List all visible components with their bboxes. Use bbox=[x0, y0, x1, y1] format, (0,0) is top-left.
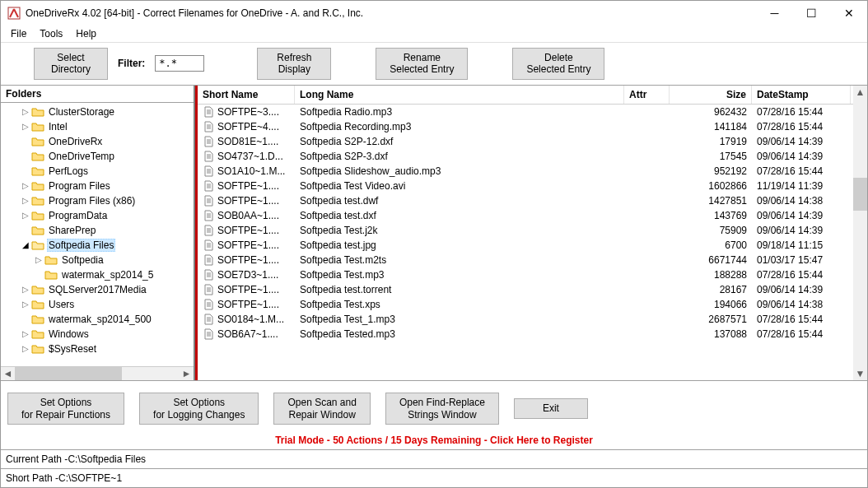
tree-scrollbar-horizontal[interactable]: ◄ ► bbox=[1, 366, 194, 380]
table-row[interactable]: SOB6A7~1....Softpedia Tested.mp313708807… bbox=[198, 327, 853, 342]
expand-icon[interactable] bbox=[21, 166, 30, 176]
set-options-logging-button[interactable]: Set Options for Logging Changes bbox=[139, 393, 259, 425]
folder-icon bbox=[44, 269, 58, 281]
tree-item[interactable]: ▷Program Files (x86) bbox=[1, 193, 194, 208]
cell-size: 17919 bbox=[670, 136, 752, 147]
scroll-right-icon[interactable]: ► bbox=[180, 367, 194, 381]
table-row[interactable]: SOFTPE~1....Softpedia Test.j2k7590909/06… bbox=[198, 223, 853, 238]
tree-item[interactable]: ▷Program Files bbox=[1, 179, 194, 193]
cell-size: 1427851 bbox=[670, 195, 752, 207]
expand-icon[interactable]: ▷ bbox=[21, 107, 30, 117]
expand-icon[interactable] bbox=[34, 270, 44, 280]
column-short-name[interactable]: Short Name bbox=[198, 86, 295, 104]
expand-icon[interactable]: ▷ bbox=[21, 122, 30, 132]
expand-icon[interactable] bbox=[21, 225, 30, 235]
expand-icon[interactable]: ▷ bbox=[21, 344, 30, 354]
cell-date: 09/06/14 14:39 bbox=[752, 210, 851, 221]
column-datestamp[interactable]: DateStamp bbox=[752, 86, 851, 104]
tree-item[interactable]: OneDriveTemp bbox=[1, 149, 194, 164]
cell-date: 09/06/14 14:39 bbox=[752, 284, 851, 295]
table-row[interactable]: SOB0AA~1....Softpedia test.dxf14376909/0… bbox=[198, 208, 853, 223]
tree-item[interactable]: ◢Softpedia Files bbox=[1, 238, 194, 253]
refresh-display-button[interactable]: Refresh Display bbox=[257, 48, 331, 80]
trial-banner[interactable]: Trial Mode - 50 Actions / 15 Days Remain… bbox=[1, 433, 867, 449]
column-long-name[interactable]: Long Name bbox=[295, 86, 624, 104]
cell-date: 07/28/16 15:44 bbox=[752, 328, 851, 340]
table-row[interactable]: SOFTPE~1....Softpedia test.jpg670009/18/… bbox=[198, 238, 853, 253]
maximize-button[interactable]: ☐ bbox=[793, 1, 830, 26]
file-icon bbox=[203, 254, 214, 266]
tree-item[interactable]: ▷ProgramData bbox=[1, 208, 194, 223]
open-find-replace-button[interactable]: Open Find-Replace Strings Window bbox=[385, 393, 499, 425]
select-directory-button[interactable]: Select Directory bbox=[34, 48, 108, 80]
expand-icon[interactable] bbox=[21, 137, 30, 146]
tree-item[interactable]: PerfLogs bbox=[1, 164, 194, 179]
file-icon bbox=[203, 106, 214, 118]
tree-item[interactable]: ▷ClusterStorage bbox=[1, 105, 194, 119]
column-size[interactable]: Size bbox=[670, 86, 752, 104]
folder-tree[interactable]: ▷ClusterStorage▷IntelOneDriveRxOneDriveT… bbox=[1, 103, 194, 366]
table-row[interactable]: SOFTPE~4....Softpedia Recording.mp314118… bbox=[198, 119, 853, 134]
expand-icon[interactable]: ▷ bbox=[21, 329, 30, 339]
cell-long-name: Softpedia test.torrent bbox=[295, 284, 624, 295]
open-scan-repair-button[interactable]: Open Scan and Repair Window bbox=[273, 393, 370, 425]
expand-icon[interactable] bbox=[21, 314, 30, 324]
folder-icon bbox=[31, 195, 44, 207]
table-row[interactable]: SOFTPE~1....Softpedia Test Video.avi1602… bbox=[198, 179, 853, 193]
menu-file[interactable]: File bbox=[4, 26, 33, 41]
scroll-thumb-vertical[interactable] bbox=[853, 178, 867, 211]
table-row[interactable]: SO4737~1.D...Softpedia S2P-3.dxf1754509/… bbox=[198, 149, 853, 164]
expand-icon[interactable]: ◢ bbox=[21, 240, 30, 250]
folder-icon bbox=[31, 343, 44, 355]
table-row[interactable]: SOD81E~1....Softpedia S2P-12.dxf1791909/… bbox=[198, 134, 853, 149]
table-row[interactable]: SOFTPE~1....Softpedia test.torrent281670… bbox=[198, 282, 853, 297]
scroll-up-icon[interactable]: ▲ bbox=[853, 86, 867, 100]
table-row[interactable]: SOFTPE~1....Softpedia Test.m2ts667174401… bbox=[198, 253, 853, 267]
file-list[interactable]: Short Name Long Name Attr Size DateStamp… bbox=[198, 86, 853, 380]
scroll-left-icon[interactable]: ◄ bbox=[1, 367, 15, 381]
table-row[interactable]: SO0184~1.M...Softpedia Test_1.mp32687571… bbox=[198, 312, 853, 327]
cell-long-name: Softpedia Radio.mp3 bbox=[295, 106, 624, 118]
table-row[interactable]: SOE7D3~1....Softpedia Test.mp318828807/2… bbox=[198, 267, 853, 282]
expand-icon[interactable]: ▷ bbox=[21, 285, 30, 295]
file-scrollbar-vertical[interactable]: ▲ ▼ bbox=[853, 86, 867, 380]
cell-long-name: Softpedia Slideshow_audio.mp3 bbox=[295, 165, 624, 177]
tree-item[interactable]: ▷$SysReset bbox=[1, 342, 194, 356]
file-icon bbox=[203, 269, 214, 281]
tree-item[interactable]: ▷Intel bbox=[1, 119, 194, 134]
table-row[interactable]: SOFTPE~3....Softpedia Radio.mp396243207/… bbox=[198, 105, 853, 119]
tree-item[interactable]: watermak_sp2014_5 bbox=[1, 267, 194, 282]
menu-tools[interactable]: Tools bbox=[33, 26, 69, 41]
tree-item[interactable]: watermak_sp2014_500 bbox=[1, 312, 194, 327]
tree-item[interactable]: OneDriveRx bbox=[1, 134, 194, 149]
scroll-down-icon[interactable]: ▼ bbox=[853, 366, 867, 380]
table-row[interactable]: SOFTPE~1....Softpedia test.dwf142785109/… bbox=[198, 193, 853, 208]
expand-icon[interactable]: ▷ bbox=[21, 181, 30, 191]
menu-help[interactable]: Help bbox=[69, 26, 103, 41]
minimize-button[interactable]: ─ bbox=[756, 1, 793, 26]
tree-item[interactable]: ▷SQLServer2017Media bbox=[1, 282, 194, 297]
tree-item[interactable]: ▷Users bbox=[1, 297, 194, 312]
expand-icon[interactable]: ▷ bbox=[34, 255, 44, 265]
cell-short-name: SO0184~1.M... bbox=[217, 314, 284, 325]
rename-selected-button[interactable]: Rename Selected Entry bbox=[376, 48, 468, 80]
column-attr[interactable]: Attr bbox=[624, 86, 670, 104]
expand-icon[interactable]: ▷ bbox=[21, 300, 30, 309]
tree-item-label: Softpedia bbox=[60, 253, 105, 267]
expand-icon[interactable]: ▷ bbox=[21, 196, 30, 206]
expand-icon[interactable]: ▷ bbox=[21, 211, 30, 221]
scroll-thumb-horizontal[interactable] bbox=[15, 367, 122, 381]
expand-icon[interactable] bbox=[21, 151, 30, 161]
exit-button[interactable]: Exit bbox=[514, 398, 588, 418]
folder-icon bbox=[31, 210, 44, 221]
tree-item[interactable]: ▷Softpedia bbox=[1, 253, 194, 267]
cell-long-name: Softpedia Test.m2ts bbox=[295, 254, 624, 266]
tree-item[interactable]: SharePrep bbox=[1, 223, 194, 238]
delete-selected-button[interactable]: Delete Selected Entry bbox=[512, 48, 604, 80]
close-button[interactable]: ✕ bbox=[830, 1, 867, 26]
filter-input[interactable] bbox=[155, 55, 204, 72]
table-row[interactable]: SO1A10~1.M...Softpedia Slideshow_audio.m… bbox=[198, 164, 853, 179]
table-row[interactable]: SOFTPE~1....Softpedia Test.xps19406609/0… bbox=[198, 297, 853, 312]
tree-item[interactable]: ▷Windows bbox=[1, 327, 194, 342]
set-options-repair-button[interactable]: Set Options for Repair Functions bbox=[7, 393, 124, 425]
